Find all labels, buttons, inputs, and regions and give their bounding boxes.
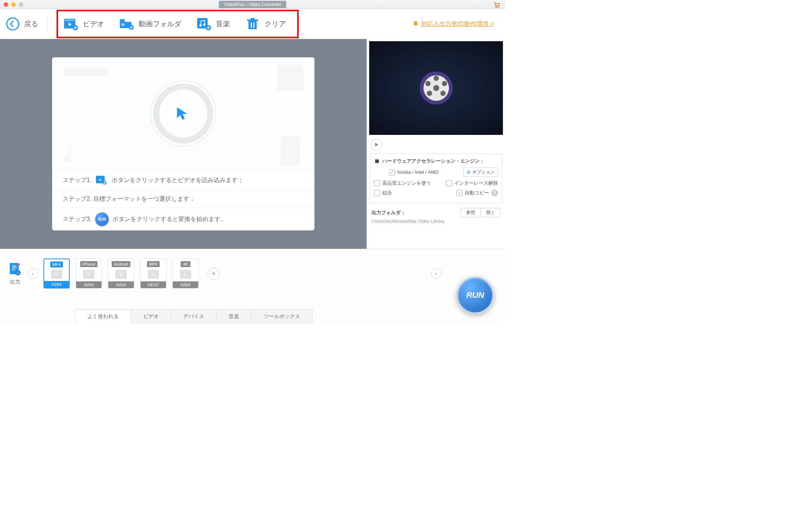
film-icon <box>115 267 127 281</box>
step1-prefix: ステップ1. <box>63 176 91 184</box>
folder-plus-icon <box>119 16 134 31</box>
drop-circle <box>153 84 213 143</box>
add-preset-button[interactable]: + <box>208 267 220 279</box>
titlebar: VideoProc - Video Converter <box>0 0 505 9</box>
preset-codec: H264 <box>173 281 198 288</box>
deinterlace-label: インターレース解除 <box>454 180 498 187</box>
video-plus-icon <box>95 175 108 186</box>
window-title: VideoProc - Video Converter <box>219 1 286 8</box>
add-music-button[interactable]: 音楽 <box>196 16 230 31</box>
zoom-window-icon <box>19 2 23 7</box>
step1-text: ボタンをクリックするとビデオを読み込みます； <box>112 176 244 184</box>
hw-vendors-checkbox[interactable]: ✓ <box>389 169 395 175</box>
merge-checkbox[interactable] <box>374 190 380 196</box>
close-window-icon[interactable] <box>4 2 8 7</box>
svg-point-29 <box>442 81 447 86</box>
svg-marker-33 <box>375 143 379 146</box>
svg-point-46 <box>151 272 155 276</box>
svg-rect-8 <box>121 23 124 26</box>
svg-point-0 <box>496 7 497 7</box>
svg-point-11 <box>199 24 202 27</box>
preset-codec: HEVC <box>141 281 166 288</box>
open-button[interactable]: 開く <box>481 208 501 217</box>
preset-format: iPhone <box>80 261 97 267</box>
formats-link-text: 対応入出力形式|動作環境 > <box>421 20 494 28</box>
film-icon <box>180 267 191 281</box>
preset-mp4-h264[interactable]: MP4H264 <box>43 259 70 288</box>
run-label: RUN <box>466 290 484 300</box>
ruler-watermark-icon <box>63 65 108 80</box>
film-icon <box>148 267 159 281</box>
svg-point-1 <box>498 7 499 7</box>
svg-point-32 <box>425 81 431 86</box>
hw-accel-title: ハードウェアアクセラレーション・エンジン： <box>374 158 498 164</box>
tab-4[interactable]: ツールボックス <box>251 309 313 324</box>
svg-point-38 <box>18 263 20 266</box>
tab-0[interactable]: よく使われる <box>75 309 131 324</box>
main-area: ステップ1. ボタンをクリックするとビデオを読み込みます； ステップ2. 目標フ… <box>0 39 505 249</box>
play-button[interactable] <box>371 139 383 151</box>
hq-engine-checkbox[interactable] <box>374 180 380 186</box>
avi-watermark-icon <box>277 65 303 91</box>
preset-format: 4K <box>181 261 190 267</box>
back-button[interactable]: 戻る <box>6 17 38 31</box>
video-plus-icon <box>63 16 78 31</box>
options-button[interactable]: ⚙ オプション <box>463 167 498 177</box>
preset-iphone-h264[interactable]: iPhoneH264 <box>76 259 102 288</box>
clear-label: クリア <box>265 19 286 29</box>
svg-point-28 <box>434 76 439 81</box>
autocopy-checkbox[interactable]: ✓ <box>456 190 462 196</box>
svg-point-40 <box>55 272 58 276</box>
browse-button[interactable]: 参照 <box>461 208 481 217</box>
tab-2[interactable]: デバイス <box>171 309 217 324</box>
preset-codec: H264 <box>76 281 102 288</box>
drop-card: ステップ1. ボタンをクリックするとビデオを読み込みます； ステップ2. 目標フ… <box>52 57 314 230</box>
clear-button[interactable]: クリア <box>245 16 286 31</box>
options-box: ハードウェアアクセラレーション・エンジン： ✓ Nvidia / Intel /… <box>370 154 502 203</box>
svg-rect-14 <box>248 21 257 29</box>
preset-row: 出力 ‹ MP4H264iPhoneH264AndroidH264MP4HEVC… <box>0 249 505 298</box>
step3-prefix: ステップ3. <box>63 215 91 223</box>
svg-point-31 <box>427 91 432 96</box>
svg-rect-16 <box>251 18 254 19</box>
preset-mp4-hevc[interactable]: MP4HEVC <box>140 259 166 288</box>
app-logo-icon <box>417 69 455 107</box>
output-folder-label: 出力フォルダ： <box>371 209 405 216</box>
category-tabs: よく使われるビデオデバイス音楽ツールボックス <box>75 309 312 324</box>
add-folder-button[interactable]: 動画フォルダ <box>119 16 181 31</box>
add-folder-label: 動画フォルダ <box>139 19 181 29</box>
help-icon[interactable]: ? <box>491 190 498 196</box>
add-video-label: ビデオ <box>83 19 104 29</box>
preset-list: MP4H264iPhoneH264AndroidH264MP4HEVC4KH26… <box>43 259 199 288</box>
add-video-button[interactable]: ビデオ <box>63 16 104 31</box>
film-icon <box>51 267 62 281</box>
svg-rect-20 <box>277 65 303 91</box>
preset-next-button[interactable]: › <box>431 268 441 279</box>
divider <box>47 16 48 31</box>
preset-prev-button[interactable]: ‹ <box>28 268 38 279</box>
gear-icon: ⚙ <box>467 170 471 175</box>
cursor-arrow-icon <box>174 104 193 123</box>
svg-rect-19 <box>63 69 108 76</box>
notification-link[interactable]: 対応入出力形式|動作環境 > <box>412 20 494 28</box>
svg-point-2 <box>7 18 19 30</box>
merge-label: 結合 <box>382 190 392 196</box>
tab-3[interactable]: 音楽 <box>216 309 251 324</box>
drop-target[interactable] <box>52 57 314 170</box>
tab-1[interactable]: ビデオ <box>131 309 171 324</box>
svg-rect-21 <box>281 136 299 166</box>
cart-icon[interactable] <box>493 1 501 10</box>
run-button[interactable]: RUN <box>456 276 494 314</box>
svg-rect-34 <box>375 160 379 163</box>
output-path: /Users/tez/Movies/Mac Video Library <box>371 219 501 224</box>
add-music-label: 音楽 <box>216 19 230 29</box>
deinterlace-checkbox[interactable] <box>446 180 452 186</box>
svg-rect-7 <box>120 19 125 21</box>
minimize-window-icon[interactable] <box>11 2 16 7</box>
step2-text: ステップ2. 目標フォーマットを一つ選択します； <box>63 195 195 203</box>
preset-android-h264[interactable]: AndroidH264 <box>108 259 134 288</box>
output-settings-button[interactable]: 出力 <box>7 262 22 285</box>
hw-vendors-label: Nvidia / Intel / AMD <box>397 169 439 175</box>
preset-4k-h264[interactable]: 4KH264 <box>172 259 199 288</box>
trash-icon <box>245 16 260 31</box>
